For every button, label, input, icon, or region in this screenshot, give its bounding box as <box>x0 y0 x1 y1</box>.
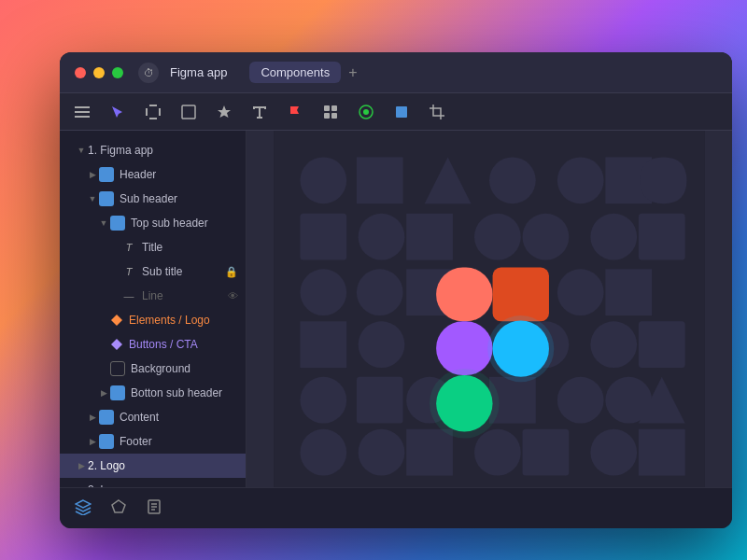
text-tool[interactable] <box>248 101 271 123</box>
top-sub-header-icon <box>110 216 125 231</box>
crop-tool[interactable] <box>426 101 448 123</box>
bottom-sub-header-label: Botton sub header <box>131 386 222 399</box>
chevron-content <box>86 411 99 424</box>
layer-icons[interactable]: 3. Icons <box>60 478 246 487</box>
shape-tool[interactable] <box>177 101 200 123</box>
color-tool[interactable] <box>390 101 413 123</box>
minimize-button[interactable] <box>93 67 105 78</box>
svg-rect-46 <box>523 429 570 476</box>
fill-tool[interactable] <box>355 101 377 123</box>
svg-point-36 <box>300 377 346 424</box>
assets-icon[interactable] <box>110 498 127 519</box>
layers-icon[interactable] <box>75 498 92 519</box>
content-label: Content <box>120 411 159 424</box>
svg-point-55 <box>430 369 500 439</box>
svg-marker-12 <box>111 339 122 350</box>
svg-rect-6 <box>324 113 330 119</box>
canvas-area[interactable] <box>247 131 732 487</box>
select-tool[interactable] <box>106 101 129 123</box>
svg-rect-3 <box>182 105 195 119</box>
history-button[interactable]: ⏱ <box>138 63 159 83</box>
buttons-icon <box>110 338 123 351</box>
svg-rect-44 <box>406 429 453 476</box>
layer-logo[interactable]: 2. Logo <box>60 454 246 478</box>
title-icon: T <box>121 240 136 255</box>
flag-tool[interactable] <box>284 101 306 123</box>
add-tab-button[interactable]: + <box>348 64 357 81</box>
chevron-figma-app <box>75 144 88 157</box>
svg-rect-27 <box>357 269 403 315</box>
svg-marker-11 <box>111 315 122 326</box>
line-label: Line <box>142 289 163 302</box>
chevron-icons <box>75 483 88 487</box>
layer-elements-logo[interactable]: Elements / Logo <box>60 308 246 332</box>
pen-tool[interactable] <box>213 101 235 123</box>
eye-icon: 👁 <box>228 290 238 301</box>
content-icon <box>99 410 114 425</box>
components-tab[interactable]: Components <box>249 62 341 83</box>
menu-icon[interactable] <box>71 101 93 123</box>
svg-point-40 <box>557 377 604 424</box>
sub-title-icon: T <box>121 264 136 279</box>
icons-label: 3. Icons <box>88 483 127 487</box>
svg-rect-42 <box>300 429 346 476</box>
layer-background[interactable]: Background <box>60 357 246 381</box>
component-tool[interactable] <box>319 101 342 123</box>
svg-rect-0 <box>75 106 90 108</box>
layer-buttons-cta[interactable]: Buttons / CTA <box>60 332 246 357</box>
layer-top-sub-header[interactable]: Top sub header <box>60 211 246 235</box>
svg-rect-1 <box>75 111 90 113</box>
layer-content[interactable]: Content <box>60 405 246 429</box>
chevron-logo <box>75 459 88 472</box>
svg-marker-56 <box>112 500 125 512</box>
svg-rect-51 <box>436 321 492 375</box>
svg-rect-19 <box>300 214 346 260</box>
canvas-pattern <box>247 131 732 487</box>
svg-rect-2 <box>75 116 90 118</box>
svg-rect-7 <box>331 113 337 119</box>
book-icon[interactable] <box>146 498 162 519</box>
toolbar <box>60 93 732 131</box>
layer-line[interactable]: — Line 👁 <box>60 284 246 308</box>
bottom-sub-icon <box>110 385 125 400</box>
top-sub-header-label: Top sub header <box>131 217 208 230</box>
sub-header-label: Sub header <box>120 192 177 205</box>
svg-rect-25 <box>639 214 685 260</box>
buttons-cta-label: Buttons / CTA <box>129 338 198 351</box>
chevron-sub-header <box>86 192 99 205</box>
footer-label: Footer <box>120 435 152 448</box>
svg-point-26 <box>300 269 346 315</box>
svg-point-17 <box>557 157 604 203</box>
svg-point-43 <box>359 429 405 476</box>
layer-sub-header[interactable]: Sub header <box>60 187 246 211</box>
layer-sub-title[interactable]: T Sub title 🔒 <box>60 259 246 284</box>
svg-point-45 <box>474 429 521 476</box>
sub-header-icon <box>99 191 114 206</box>
bottom-bar <box>60 487 732 528</box>
svg-rect-21 <box>406 214 453 260</box>
elements-logo-label: Elements / Logo <box>129 314 210 327</box>
footer-icon <box>99 434 114 449</box>
svg-rect-35 <box>639 321 685 368</box>
svg-rect-4 <box>324 105 330 111</box>
svg-rect-16 <box>489 157 536 203</box>
layer-title[interactable]: T Title <box>60 235 246 259</box>
svg-rect-49 <box>436 268 492 322</box>
main-area: 1. Figma app Header Sub header Top sub h… <box>60 131 732 487</box>
layer-footer[interactable]: Footer <box>60 429 246 454</box>
layer-figma-app[interactable]: 1. Figma app <box>60 138 246 162</box>
svg-rect-37 <box>357 377 403 424</box>
app-window: ⏱ Figma app Components + <box>60 52 732 528</box>
frame-tool[interactable] <box>142 101 164 123</box>
svg-point-29 <box>557 269 604 315</box>
close-button[interactable] <box>75 67 86 78</box>
svg-point-22 <box>474 214 521 260</box>
chevron-top-sub-header <box>97 217 110 230</box>
maximize-button[interactable] <box>112 67 123 78</box>
lock-icon: 🔒 <box>225 266 238 278</box>
layer-bottom-sub-header[interactable]: Botton sub header <box>60 381 246 405</box>
layer-header[interactable]: Header <box>60 162 246 187</box>
svg-point-20 <box>359 214 405 260</box>
svg-rect-50 <box>493 268 549 322</box>
svg-rect-30 <box>605 269 652 315</box>
